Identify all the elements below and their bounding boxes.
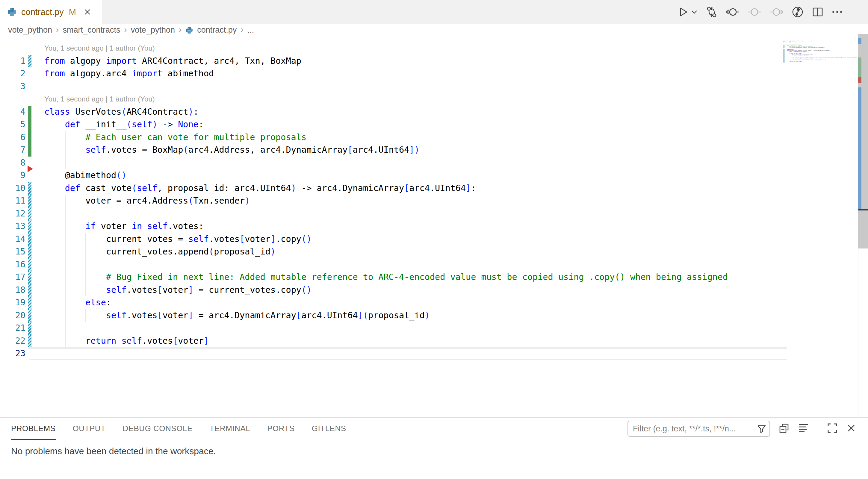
next-change-button[interactable] bbox=[770, 7, 783, 17]
tab-output[interactable]: OUTPUT bbox=[73, 418, 106, 440]
tab-bar: contract.py M bbox=[0, 0, 868, 24]
python-icon bbox=[185, 26, 193, 34]
gutter-added-indicator bbox=[28, 118, 31, 131]
line-number[interactable]: 2 bbox=[0, 67, 26, 80]
code-line-16[interactable]: 16 bbox=[0, 258, 787, 271]
tab-debug-console[interactable]: DEBUG CONSOLE bbox=[123, 418, 192, 440]
tab-contract-py[interactable]: contract.py M bbox=[0, 0, 102, 24]
breadcrumb-item[interactable]: vote_python bbox=[131, 26, 175, 35]
line-number[interactable]: 14 bbox=[0, 233, 26, 246]
code-line-22[interactable]: 22 return self.votes[voter] bbox=[0, 335, 787, 348]
line-number[interactable]: 7 bbox=[0, 144, 26, 157]
run-python-file-button[interactable] bbox=[678, 6, 698, 18]
line-number[interactable]: 12 bbox=[0, 207, 26, 220]
code-line-6[interactable]: 6 # Each user can vote for multiple prop… bbox=[0, 131, 787, 144]
tab-gitlens[interactable]: GITLENS bbox=[312, 418, 346, 440]
line-number[interactable]: 4 bbox=[0, 106, 26, 119]
code-line-14[interactable]: 14 current_votes = self.votes[voter].cop… bbox=[0, 233, 787, 246]
line-number[interactable]: 17 bbox=[0, 271, 26, 284]
view-as-table-button[interactable] bbox=[798, 423, 809, 435]
indent-guide bbox=[65, 220, 66, 233]
breadcrumb-item-file[interactable]: contract.py bbox=[197, 26, 237, 35]
panel-tabs: PROBLEMS OUTPUT DEBUG CONSOLE TERMINAL P… bbox=[11, 418, 346, 440]
collapse-all-button[interactable] bbox=[779, 423, 789, 435]
close-panel-button[interactable] bbox=[846, 423, 856, 434]
line-number[interactable]: 19 bbox=[0, 296, 26, 309]
line-number[interactable]: 3 bbox=[0, 80, 26, 93]
panel-toolbar bbox=[627, 421, 856, 437]
open-previous-revision-button[interactable] bbox=[726, 7, 740, 17]
line-number[interactable]: 10 bbox=[0, 182, 26, 195]
minimap-markers bbox=[783, 36, 784, 417]
tab-ports[interactable]: PORTS bbox=[267, 418, 295, 440]
problems-filter bbox=[627, 421, 770, 437]
line-number[interactable]: 18 bbox=[0, 284, 26, 297]
maximize-panel-button[interactable] bbox=[827, 423, 838, 435]
chevron-right-icon: › bbox=[124, 25, 127, 34]
indent-guide bbox=[85, 233, 86, 246]
line-number[interactable]: 22 bbox=[0, 335, 26, 348]
code-line-21[interactable]: 21 bbox=[0, 322, 787, 335]
line-number[interactable]: 13 bbox=[0, 220, 26, 233]
line-number[interactable]: 1 bbox=[0, 55, 26, 68]
minimap[interactable]: You, 1 second ago | 1 author (You)from a… bbox=[783, 36, 858, 417]
breadcrumb-item-symbol[interactable]: ... bbox=[247, 26, 254, 35]
code-line-7[interactable]: 7 self.votes = BoxMap(arc4.Address, arc4… bbox=[0, 144, 787, 157]
indent-guide bbox=[65, 233, 66, 246]
overview-modified-decoration bbox=[858, 38, 861, 44]
line-number[interactable]: 8 bbox=[0, 157, 26, 169]
code-area[interactable]: You, 1 second ago | 1 author (You)1from … bbox=[0, 42, 787, 360]
code-line-9[interactable]: 9 @abimethod() bbox=[0, 169, 787, 182]
vertical-scrollbar[interactable] bbox=[858, 34, 868, 249]
code-line-23[interactable]: 23 bbox=[0, 347, 787, 360]
indent-guide bbox=[65, 157, 66, 169]
close-tab-icon[interactable] bbox=[84, 8, 91, 16]
code-line-1[interactable]: 1from algopy import ARC4Contract, arc4, … bbox=[0, 55, 787, 68]
gutter-modified-indicator bbox=[28, 182, 31, 195]
overview-cursor-marker bbox=[858, 209, 868, 211]
editor[interactable]: You, 1 second ago | 1 author (You)1from … bbox=[0, 36, 868, 417]
code-line-20[interactable]: 20 self.votes[voter] = arc4.DynamicArray… bbox=[0, 309, 787, 322]
line-number[interactable]: 21 bbox=[0, 322, 26, 335]
chevron-right-icon: › bbox=[241, 25, 243, 34]
code-line-17[interactable]: 17 # Bug Fixed in next line: Added mutab… bbox=[0, 271, 787, 284]
breadcrumb-item[interactable]: smart_contracts bbox=[63, 26, 120, 35]
gutter-added-indicator bbox=[28, 131, 31, 144]
open-changes-button[interactable] bbox=[706, 6, 718, 18]
line-number[interactable]: 9 bbox=[0, 169, 26, 182]
blame-annotation[interactable]: You, 1 second ago | 1 author (You) bbox=[0, 93, 787, 106]
blame-annotation[interactable]: You, 1 second ago | 1 author (You) bbox=[0, 42, 787, 55]
code-line-18[interactable]: 18 self.votes[voter] = current_votes.cop… bbox=[0, 284, 787, 297]
gutter-modified-indicator bbox=[28, 296, 31, 309]
code-line-15[interactable]: 15 current_votes.append(proposal_id) bbox=[0, 246, 787, 258]
code-line-13[interactable]: 13 if voter in self.votes: bbox=[0, 220, 787, 233]
tab-problems[interactable]: PROBLEMS bbox=[11, 418, 56, 440]
gutter-modified-indicator bbox=[28, 322, 31, 335]
line-number[interactable]: 15 bbox=[0, 246, 26, 258]
gutter-deleted-indicator[interactable] bbox=[28, 165, 33, 172]
code-line-19[interactable]: 19 else: bbox=[0, 296, 787, 309]
indent-guide bbox=[65, 284, 66, 297]
code-line-4[interactable]: 4class UserVotes(ARC4Contract): bbox=[0, 106, 787, 119]
line-number[interactable]: 11 bbox=[0, 195, 26, 207]
code-line-10[interactable]: 10 def cast_vote(self, proposal_id: arc4… bbox=[0, 182, 787, 195]
code-line-3[interactable]: 3 bbox=[0, 80, 787, 93]
line-number[interactable]: 5 bbox=[0, 118, 26, 131]
previous-change-button[interactable] bbox=[748, 7, 762, 17]
gutter-modified-indicator bbox=[28, 207, 31, 220]
code-line-2[interactable]: 2from algopy.arc4 import abimethod bbox=[0, 67, 787, 80]
more-actions-button[interactable] bbox=[832, 6, 843, 18]
code-line-11[interactable]: 11 voter = arc4.Address(Txn.sender) bbox=[0, 195, 787, 207]
split-editor-button[interactable] bbox=[812, 6, 824, 18]
line-number[interactable]: 16 bbox=[0, 258, 26, 271]
commit-graph-button[interactable] bbox=[791, 6, 804, 18]
line-number[interactable]: 20 bbox=[0, 309, 26, 322]
tab-terminal[interactable]: TERMINAL bbox=[210, 418, 250, 440]
code-line-5[interactable]: 5 def __init__(self) -> None: bbox=[0, 118, 787, 131]
code-line-12[interactable]: 12 bbox=[0, 207, 787, 220]
line-number[interactable]: 23 bbox=[0, 347, 26, 360]
filter-input[interactable] bbox=[627, 421, 770, 437]
code-line-8[interactable]: 8 bbox=[0, 157, 787, 169]
line-number[interactable]: 6 bbox=[0, 131, 26, 144]
breadcrumb-item[interactable]: vote_python bbox=[8, 26, 52, 35]
